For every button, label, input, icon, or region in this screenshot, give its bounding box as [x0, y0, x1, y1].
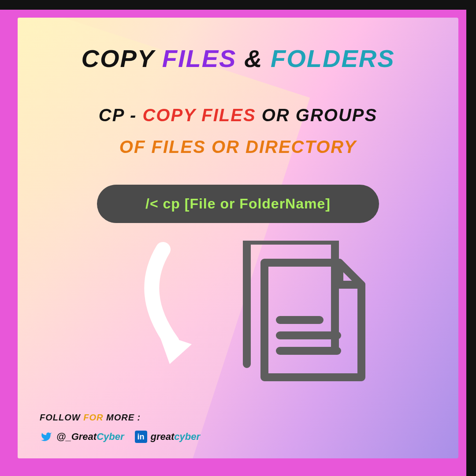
subtitle-cp: cp - — [99, 105, 137, 125]
illustration — [128, 241, 436, 382]
linkedin-icon: in — [135, 431, 147, 443]
title-word-folders: Folders — [271, 45, 395, 72]
linkedin-item[interactable]: in greatcyber — [135, 431, 201, 443]
twitter-icon — [40, 431, 53, 443]
subtitle-line2: of files or directory — [119, 137, 357, 156]
command-pill: /< cp [File or FolderName] — [97, 185, 379, 223]
twitter-item[interactable]: @_GreatCyber — [40, 431, 124, 443]
title-word-copy: COPY — [81, 45, 154, 72]
social-row: @_GreatCyber in greatcyber — [40, 431, 200, 443]
follow-word3: more : — [106, 413, 141, 422]
title-ampersand: & — [244, 45, 263, 72]
subtitle: cp - Copy Files or Groups of files or di… — [40, 99, 436, 163]
linkedin-handle: greatcyber — [151, 431, 201, 443]
subtitle-orgroups: or Groups — [262, 105, 377, 125]
footer: Follow for more : @_GreatCyber in greatc… — [40, 413, 200, 443]
follow-word1: Follow — [40, 413, 81, 422]
page-title: COPY Files & Folders — [40, 44, 436, 73]
main-card: COPY Files & Folders cp - Copy Files or … — [18, 18, 458, 458]
subtitle-copyfiles: Copy Files — [142, 105, 256, 125]
follow-word2: for — [83, 413, 103, 422]
follow-label: Follow for more : — [40, 413, 200, 423]
arrow-and-files-icon — [128, 241, 392, 382]
top-border — [0, 0, 476, 10]
right-border — [466, 0, 476, 476]
twitter-handle: @_GreatCyber — [56, 431, 124, 443]
title-word-files: Files — [162, 45, 237, 72]
command-text: /< cp [File or FolderName] — [145, 196, 331, 212]
